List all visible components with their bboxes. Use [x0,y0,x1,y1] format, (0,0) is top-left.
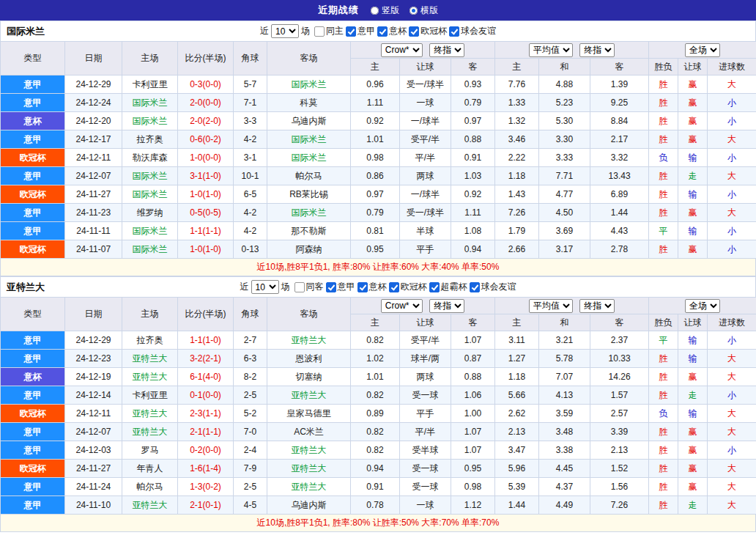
view-radio-vertical[interactable]: 竖版 [371,4,399,17]
europe-final-select[interactable]: 终指 [579,299,615,313]
home-team-cell[interactable]: 年青人 [122,460,178,478]
score-cell[interactable]: 0-5(0-5) [178,204,234,222]
away-team-cell[interactable]: 乌迪内斯 [267,496,351,515]
away-team-cell[interactable]: 亚特兰大 [267,460,351,478]
handicap-final-select[interactable]: 终指 [429,299,464,313]
fulltime-select[interactable]: 全场 [685,299,720,313]
home-team-cell[interactable]: 国际米兰 [122,112,178,130]
home-team-cell[interactable]: 亚特兰大 [122,405,178,423]
away-team-cell[interactable]: 切塞纳 [267,368,351,386]
score-cell[interactable]: 0-2(0-0) [178,441,234,460]
average-odds-select[interactable]: 平均值 [529,299,573,313]
home-team-cell[interactable]: 国际米兰 [122,222,178,240]
score-cell[interactable]: 1-1(1-0) [178,331,234,350]
home-team-cell[interactable]: 国际米兰 [122,185,178,204]
score-cell[interactable]: 1-6(1-4) [178,460,234,478]
home-team-cell[interactable]: 拉齐奥 [122,331,178,350]
score-cell[interactable]: 1-0(0-0) [178,149,234,167]
league-type-cell: 意杯 [1,368,65,386]
away-team-cell[interactable]: 亚特兰大 [267,331,351,350]
home-team-cell[interactable]: 亚特兰大 [122,423,178,441]
filter-checkbox-0[interactable]: 同客 [294,281,324,293]
away-team-cell[interactable]: 亚特兰大 [267,478,351,496]
score-cell[interactable]: 2-1(1-1) [178,423,234,441]
home-team-cell[interactable]: 帕尔马 [122,478,178,496]
away-team-cell[interactable]: AC米兰 [267,423,351,441]
score-cell[interactable]: 1-3(0-2) [178,478,234,496]
result-cell: 胜 [649,496,678,515]
filter-checkbox-3[interactable]: 欧冠杯 [409,25,447,37]
away-team-cell[interactable]: 国际米兰 [267,204,351,222]
filter-checkbox-2[interactable]: 意杯 [377,25,407,37]
home-team-cell[interactable]: 卡利亚里 [122,75,178,94]
fulltime-select[interactable]: 全场 [685,43,720,57]
handicap-away-odds-cell: 0.98 [451,478,495,496]
handicap-away-odds-cell: 1.07 [451,441,495,460]
away-team-cell[interactable]: 帕尔马 [267,167,351,185]
home-team-cell[interactable]: 亚特兰大 [122,368,178,386]
home-team-cell[interactable]: 国际米兰 [122,240,178,259]
score-cell[interactable]: 2-1(0-1) [178,496,234,515]
home-team-cell[interactable]: 亚特兰大 [122,350,178,368]
filter-checkbox-4[interactable]: 超霸杯 [429,281,467,293]
score-cell[interactable]: 1-0(1-0) [178,185,234,204]
view-radio-horizontal[interactable]: 横版 [410,4,438,17]
avg-home-cell: 1.18 [495,368,539,386]
home-team-cell[interactable]: 勒沃库森 [122,149,178,167]
score-cell[interactable]: 3-2(2-1) [178,350,234,368]
score-cell[interactable]: 0-1(0-0) [178,386,234,405]
filter-checkbox-5[interactable]: 球会友谊 [470,281,516,293]
away-team-cell[interactable]: 皇家马德里 [267,405,351,423]
handicap-result-cell: 赢 [678,478,708,496]
avg-away-cell: 1.56 [590,478,649,496]
away-team-cell[interactable]: 国际米兰 [267,149,351,167]
odds-company-select[interactable]: Crow* [381,299,423,313]
recent-count-select[interactable]: 10 [251,280,279,294]
score-cell[interactable]: 6-1(4-0) [178,368,234,386]
score-cell[interactable]: 2-0(0-0) [178,94,234,112]
home-team-cell[interactable]: 罗马 [122,441,178,460]
away-team-cell[interactable]: 国际米兰 [267,75,351,94]
home-team-cell[interactable]: 卡利亚里 [122,386,178,405]
score-cell[interactable]: 2-3(1-1) [178,405,234,423]
score-cell[interactable]: 1-1(1-1) [178,222,234,240]
score-cell[interactable]: 0-6(0-2) [178,130,234,149]
home-team-cell[interactable]: 维罗纳 [122,204,178,222]
away-team-cell[interactable]: 亚特兰大 [267,441,351,460]
filter-label: 球会友谊 [461,25,496,37]
handicap-result-cell: 走 [678,496,708,515]
handicap-result-cell: 赢 [678,423,708,441]
home-team-cell[interactable]: 国际米兰 [122,94,178,112]
avg-draw-cell: 5.23 [539,94,590,112]
away-team-cell[interactable]: 那不勒斯 [267,222,351,240]
filter-checkbox-1[interactable]: 意甲 [326,281,355,293]
filter-checkbox-0[interactable]: 同主 [314,25,344,37]
handicap-final-select[interactable]: 终指 [429,43,464,57]
recent-count-select[interactable]: 10 [271,24,299,38]
away-team-cell[interactable]: 亚特兰大 [267,386,351,405]
home-team-cell[interactable]: 拉齐奥 [122,130,178,149]
match-row: 意甲 24-12-29 卡利亚里 0-3(0-0) 5-7 国际米兰 0.96 … [1,75,756,94]
filter-checkbox-2[interactable]: 意杯 [357,281,387,293]
score-cell[interactable]: 2-0(2-0) [178,112,234,130]
away-team-cell[interactable]: 科莫 [267,94,351,112]
away-team-cell[interactable]: RB莱比锡 [267,185,351,204]
away-team-cell[interactable]: 阿森纳 [267,240,351,259]
score-cell[interactable]: 0-3(0-0) [178,75,234,94]
score-cell[interactable]: 3-1(1-0) [178,167,234,185]
away-team-cell[interactable]: 恩波利 [267,350,351,368]
filter-checkbox-4[interactable]: 球会友谊 [449,25,496,37]
away-team-cell[interactable]: 乌迪内斯 [267,112,351,130]
handicap-result-cell: 赢 [678,441,708,460]
score-cell[interactable]: 1-0(1-0) [178,240,234,259]
away-team-cell[interactable]: 国际米兰 [267,130,351,149]
average-odds-select[interactable]: 平均值 [529,43,573,57]
col-header-date: 日期 [65,298,122,331]
home-team-cell[interactable]: 亚特兰大 [122,496,178,515]
home-team-cell[interactable]: 国际米兰 [122,167,178,185]
filter-checkbox-1[interactable]: 意甲 [346,25,375,37]
odds-company-select[interactable]: Crow* [381,43,423,57]
near-label: 近 [240,281,249,293]
europe-final-select[interactable]: 终指 [579,43,615,57]
filter-checkbox-3[interactable]: 欧冠杯 [389,281,427,293]
